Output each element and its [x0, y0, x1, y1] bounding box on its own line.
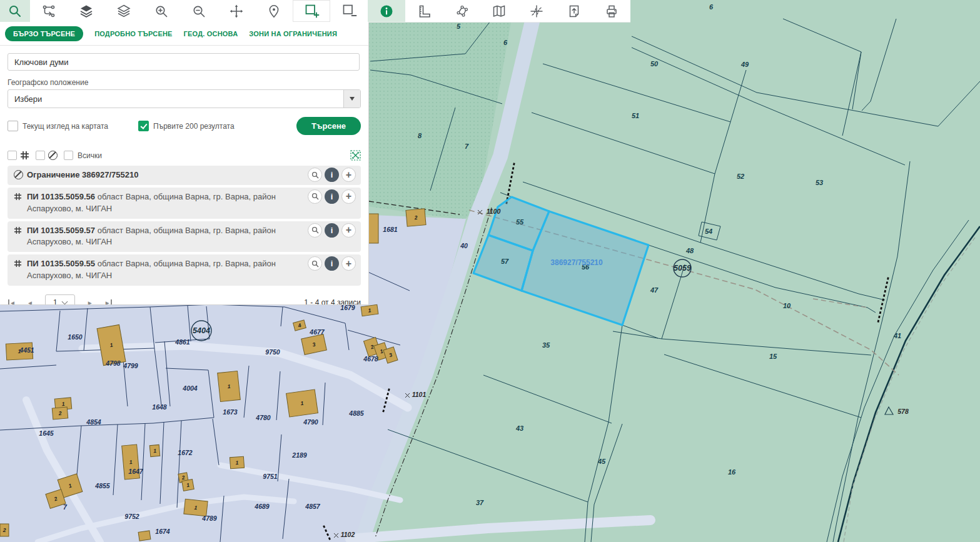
svg-text:6: 6	[709, 3, 714, 11]
svg-text:9752: 9752	[124, 513, 139, 520]
svg-text:51: 51	[632, 112, 639, 119]
svg-text:1101: 1101	[412, 391, 427, 398]
tab-quick-search[interactable]: БЪРЗО ТЪРСЕНЕ	[5, 26, 83, 41]
measure-icon	[417, 4, 432, 19]
last-page-button[interactable]: ►	[99, 299, 118, 304]
svg-text:52: 52	[737, 173, 744, 180]
svg-text:386927/755210: 386927/755210	[550, 258, 603, 267]
zoom-to-result-button[interactable]	[308, 168, 322, 182]
filter-restrictions-checkbox[interactable]	[36, 151, 45, 160]
svg-text:48: 48	[685, 247, 694, 254]
svg-text:15: 15	[769, 353, 777, 360]
previous-page-button[interactable]: ◄	[21, 299, 39, 304]
select-dropdown-button[interactable]	[343, 90, 360, 108]
result-info-button[interactable]: i	[325, 168, 339, 182]
select-rectangle-remove-button[interactable]	[330, 0, 368, 22]
pan-icon	[229, 4, 244, 19]
grid-icon	[20, 151, 29, 160]
zoom-in-button[interactable]	[143, 0, 180, 22]
result-info-button[interactable]: i	[325, 189, 339, 204]
route-tool-button[interactable]	[30, 0, 68, 22]
select-rectangle-add-button[interactable]	[293, 0, 330, 22]
current-map-view-checkbox[interactable]	[8, 121, 18, 131]
geographic-location-select[interactable]: Избери	[8, 89, 361, 108]
filter-parcels-checkbox[interactable]	[8, 151, 17, 160]
svg-text:1650: 1650	[68, 333, 83, 341]
result-row-restriction[interactable]: Ограничение 386927/755210 i +	[8, 166, 361, 185]
spatial-query-button[interactable]	[443, 0, 480, 22]
result-add-button[interactable]: +	[341, 223, 356, 238]
result-add-button[interactable]: +	[341, 256, 356, 271]
tab-detailed-search[interactable]: ПОДРОБНО ТЪРСЕНЕ	[94, 30, 172, 38]
result-row-parcel[interactable]: ПИ 10135.5059.55 област Варна, община Ва…	[8, 254, 361, 286]
first-page-button[interactable]: ◄	[3, 299, 21, 304]
result-row-parcel[interactable]: ПИ 10135.5059.56 област Варна, община Ва…	[8, 188, 361, 219]
parcel-grid-icon	[14, 192, 22, 203]
page-select[interactable]: 1	[45, 294, 75, 304]
svg-text:1102: 1102	[341, 531, 355, 538]
zoom-to-result-button[interactable]	[308, 256, 322, 271]
svg-text:9750: 9750	[265, 348, 280, 356]
layers-list-button[interactable]	[105, 0, 143, 22]
svg-text:45: 45	[597, 458, 606, 465]
geographic-location-label: Географско положение	[8, 78, 361, 87]
pagination: ◄ ◄ 1 ► ► 1 - 4 от 4 записи	[0, 288, 368, 304]
svg-text:47: 47	[650, 286, 659, 294]
svg-text:10: 10	[783, 302, 791, 309]
svg-text:1100: 1100	[487, 208, 501, 215]
search-tabs: БЪРЗО ТЪРСЕНЕ ПОДРОБНО ТЪРСЕНЕ ГЕОД. ОСН…	[0, 22, 368, 46]
export-button[interactable]	[555, 0, 593, 22]
locate-button[interactable]	[255, 0, 293, 22]
search-icon	[8, 4, 23, 19]
svg-text:4854: 4854	[86, 418, 101, 426]
next-page-button[interactable]: ►	[81, 299, 99, 304]
zoom-out-icon	[191, 4, 206, 19]
svg-text:55: 55	[516, 218, 524, 226]
result-title: ПИ 10135.5059.56	[27, 192, 95, 201]
tab-restriction-zones[interactable]: ЗОНИ НА ОГРАНИЧЕНИЯ	[249, 30, 337, 38]
coordinates-button[interactable]	[518, 0, 555, 22]
svg-text:578: 578	[897, 408, 909, 415]
spatial-query-icon	[454, 4, 469, 19]
current-map-view-label[interactable]: Текущ изглед на картата	[23, 122, 108, 131]
map-sheets-button[interactable]	[480, 0, 518, 22]
svg-text:1673: 1673	[223, 408, 238, 416]
svg-text:2: 2	[3, 527, 6, 533]
svg-text:1679: 1679	[340, 304, 355, 311]
svg-text:4790: 4790	[303, 418, 318, 426]
zoom-to-result-button[interactable]	[308, 189, 322, 204]
print-button[interactable]	[593, 0, 630, 22]
svg-text:8: 8	[418, 132, 422, 139]
result-info-button[interactable]: i	[325, 256, 339, 271]
zoom-out-button[interactable]	[180, 0, 218, 22]
first-200-label[interactable]: Първите 200 резултата	[153, 122, 235, 131]
tab-geodetic-basis[interactable]: ГЕОД. ОСНОВА	[184, 30, 238, 38]
layers-visible-button[interactable]	[68, 0, 105, 22]
keywords-input[interactable]	[8, 53, 360, 71]
svg-text:4677: 4677	[309, 328, 325, 336]
measure-button[interactable]	[405, 0, 443, 22]
result-add-button[interactable]: +	[341, 168, 356, 182]
filter-all-checkbox[interactable]	[64, 151, 73, 160]
coordinates-icon	[529, 4, 544, 19]
info-tool-button[interactable]	[368, 0, 405, 22]
svg-text:5404: 5404	[193, 326, 210, 335]
svg-text:49: 49	[740, 61, 749, 68]
zoom-in-icon	[154, 4, 169, 19]
svg-text:4885: 4885	[348, 409, 364, 417]
pan-button[interactable]	[218, 0, 255, 22]
search-tool-button[interactable]	[0, 0, 30, 22]
result-row-parcel[interactable]: ПИ 10135.5059.57 област Варна, община Ва…	[8, 221, 361, 253]
first-200-checkbox[interactable]	[138, 121, 149, 131]
svg-text:2189: 2189	[291, 451, 307, 459]
result-info-button[interactable]: i	[325, 223, 339, 238]
svg-text:4861: 4861	[174, 338, 190, 346]
svg-text:41: 41	[893, 332, 901, 339]
zoom-to-results-button[interactable]	[350, 150, 361, 161]
records-summary: 1 - 4 от 4 записи	[304, 298, 361, 304]
result-add-button[interactable]: +	[341, 189, 356, 204]
zoom-to-result-button[interactable]	[308, 223, 322, 238]
filter-all-label[interactable]: Всички	[78, 151, 102, 160]
layers-filled-icon	[79, 4, 94, 19]
search-button[interactable]: Търсене	[296, 117, 361, 135]
